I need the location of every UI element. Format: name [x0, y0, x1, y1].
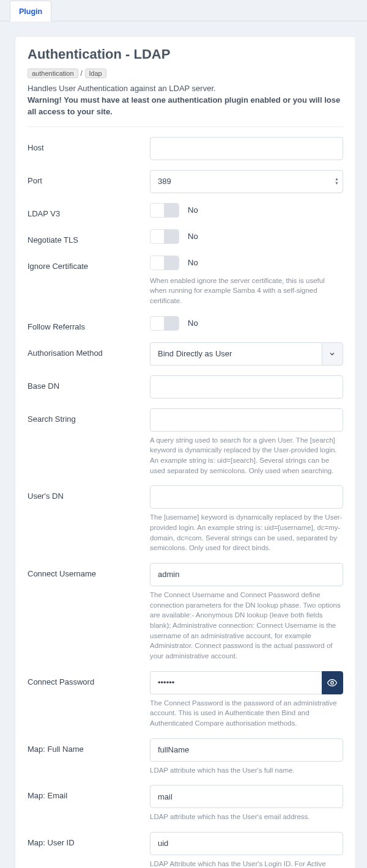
- tls-state: No: [188, 232, 198, 241]
- ldapv3-toggle[interactable]: [150, 203, 179, 218]
- tab-bar: Plugin: [0, 0, 367, 21]
- host-input[interactable]: [150, 137, 343, 160]
- field-map-email: Map: Email LDAP attribute which has the …: [28, 779, 343, 826]
- connect-username-input[interactable]: [150, 563, 343, 586]
- number-spinner-icon[interactable]: ▲▼: [335, 177, 339, 185]
- ignore-cert-state: No: [188, 258, 198, 267]
- warning-text: Warning! You must have at least one auth…: [28, 95, 340, 116]
- field-search-string: Search String A query string used to sea…: [28, 402, 343, 480]
- label-auth-method: Authorisation Method: [28, 342, 150, 358]
- port-input[interactable]: 389 ▲▼: [150, 170, 343, 193]
- field-base-dn: Base DN: [28, 369, 343, 402]
- connect-password-help: The Connect Password is the password of …: [150, 698, 343, 729]
- label-ldapv3: LDAP V3: [28, 203, 150, 218]
- label-map-email: Map: Email: [28, 785, 150, 800]
- field-map-fullname: Map: Full Name LDAP attribute which has …: [28, 732, 343, 779]
- port-value: 389: [158, 177, 171, 186]
- ldapv3-state: No: [188, 205, 198, 215]
- eye-icon: [327, 677, 338, 688]
- label-map-uid: Map: User ID: [28, 832, 150, 847]
- svg-point-0: [331, 681, 334, 684]
- plugin-description: Handles User Authentication against an L…: [28, 83, 343, 118]
- field-host: Host: [28, 131, 343, 164]
- label-host: Host: [28, 137, 150, 152]
- base-dn-input[interactable]: [150, 375, 343, 399]
- label-base-dn: Base DN: [28, 375, 150, 391]
- follow-referrals-state: No: [188, 318, 198, 328]
- users-dn-help: The [username] keyword is dynamically re…: [150, 512, 343, 553]
- map-fullname-input[interactable]: [150, 738, 343, 762]
- connect-username-help: The Connect Username and Connect Passwor…: [150, 590, 343, 661]
- label-follow-referrals: Follow Referrals: [28, 316, 150, 331]
- tls-toggle[interactable]: [150, 229, 179, 244]
- tab-plugin[interactable]: Plugin: [10, 1, 51, 21]
- field-connect-username: Connect Username The Connect Username an…: [28, 557, 343, 665]
- auth-method-value: Bind Directly as User: [158, 349, 232, 358]
- label-users-dn: User's DN: [28, 485, 150, 501]
- map-uid-input[interactable]: [150, 832, 343, 855]
- field-users-dn: User's DN The [username] keyword is dyna…: [28, 479, 343, 557]
- show-password-button[interactable]: [322, 671, 343, 694]
- map-uid-help: LDAP Attribute which has the User's Logi…: [150, 859, 343, 868]
- page-title: Authentication - LDAP: [28, 46, 343, 62]
- connect-password-input[interactable]: [150, 671, 322, 694]
- divider: [28, 127, 343, 127]
- label-port: Port: [28, 170, 150, 185]
- search-string-input[interactable]: [150, 408, 343, 432]
- breadcrumb-separator: /: [81, 69, 83, 78]
- panel-wrap: Authentication - LDAP authentication / l…: [0, 21, 367, 868]
- map-fullname-help: LDAP attribute which has the User's full…: [150, 765, 343, 776]
- map-email-input[interactable]: [150, 785, 343, 808]
- panel: Authentication - LDAP authentication / l…: [15, 36, 356, 868]
- breadcrumb: authentication / ldap: [28, 68, 343, 78]
- label-map-fullname: Map: Full Name: [28, 738, 150, 754]
- ignore-cert-toggle[interactable]: [150, 256, 179, 270]
- label-search-string: Search String: [28, 408, 150, 424]
- breadcrumb-chip-2[interactable]: ldap: [85, 68, 106, 78]
- field-connect-password: Connect Password The Connect Password is…: [28, 665, 343, 732]
- ignore-cert-help: When enabled ignore the server certifica…: [150, 276, 343, 306]
- field-map-uid: Map: User ID LDAP Attribute which has th…: [28, 826, 343, 868]
- field-ldapv3: LDAP V3 No: [28, 197, 343, 223]
- chevron-down-icon[interactable]: [322, 342, 343, 366]
- field-ignore-cert: Ignore Certificate No When enabled ignor…: [28, 249, 343, 310]
- field-follow-referrals: Follow Referrals No: [28, 310, 343, 336]
- breadcrumb-chip-1[interactable]: authentication: [28, 68, 78, 78]
- label-connect-username: Connect Username: [28, 563, 150, 578]
- label-ignore-cert: Ignore Certificate: [28, 256, 150, 271]
- users-dn-input[interactable]: [150, 485, 343, 509]
- auth-method-select[interactable]: Bind Directly as User: [150, 342, 343, 366]
- search-string-help: A query string used to search for a give…: [150, 435, 343, 476]
- label-connect-password: Connect Password: [28, 671, 150, 686]
- field-auth-method: Authorisation Method Bind Directly as Us…: [28, 336, 343, 369]
- follow-referrals-toggle[interactable]: [150, 316, 179, 331]
- map-email-help: LDAP attribute which has the User's emai…: [150, 812, 343, 822]
- field-port: Port 389 ▲▼: [28, 164, 343, 197]
- description-text: Handles User Authentication against an L…: [28, 84, 216, 93]
- label-tls: Negotiate TLS: [28, 229, 150, 245]
- field-tls: Negotiate TLS No: [28, 223, 343, 249]
